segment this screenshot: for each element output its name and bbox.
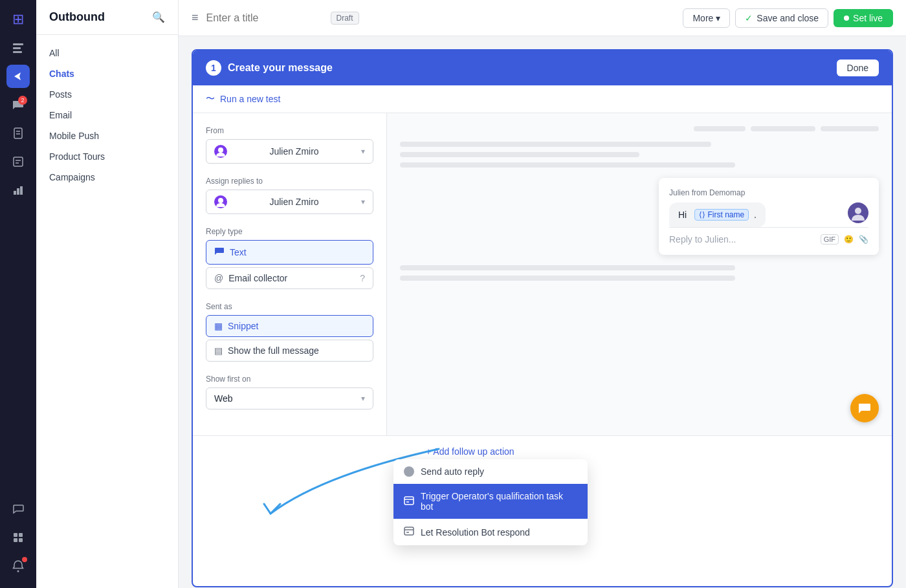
notifications-icon[interactable]	[6, 554, 30, 578]
from-avatar	[214, 145, 227, 158]
svg-rect-23	[404, 527, 414, 535]
top-blurred-bars	[400, 126, 879, 131]
blur-line-1	[400, 142, 711, 147]
show-first-label: Show first on	[206, 375, 373, 384]
blur-line-4	[400, 265, 735, 270]
from-name: Julien Zmiro	[269, 146, 318, 157]
chevron-down-icon: ▾	[716, 13, 720, 23]
outbound-icon[interactable]	[6, 65, 30, 88]
reply-input-area: Reply to Julien... GIF 🙂 📎	[669, 227, 868, 245]
content-area: 1 Create your message Done 〜 Run a new t…	[179, 36, 906, 588]
reply-option-email[interactable]: @ Email collector ?	[206, 267, 373, 289]
inbox-badge: 2	[18, 96, 27, 105]
sidebar-item-email[interactable]: Email	[36, 105, 178, 125]
svg-rect-1	[13, 47, 21, 49]
svg-rect-10	[17, 188, 19, 195]
assign-name: Julien Zmiro	[269, 197, 318, 207]
sidebar-item-chats[interactable]: Chats	[36, 63, 178, 84]
assign-avatar	[214, 195, 227, 208]
reply-text-label: Text	[230, 247, 247, 257]
blur-pill-2	[751, 126, 815, 131]
follow-up-area: + Add follow up action Send auto reply T…	[193, 435, 892, 586]
reply-type-group: Reply type Text @ Ema	[206, 227, 373, 289]
title-input[interactable]	[206, 12, 323, 24]
sidebar-item-mobile-push[interactable]: Mobile Push	[36, 125, 178, 146]
sidebar-item-campaigns[interactable]: Campaigns	[36, 167, 178, 188]
show-first-select[interactable]: Web ▾	[206, 387, 373, 409]
svg-point-19	[855, 208, 861, 214]
email-reply-icon: @	[214, 273, 223, 283]
chat-bottom-icon[interactable]	[6, 497, 30, 521]
run-test-link[interactable]: Run a new test	[220, 94, 280, 104]
sent-full-message[interactable]: ▤ Show the full message	[206, 340, 373, 362]
add-follow-up-link[interactable]: + Add follow up action	[426, 446, 514, 457]
svg-point-17	[218, 147, 223, 153]
step1-right-panel: Julien from Demomap Hi ⟨⟩ First name .	[387, 113, 892, 435]
sent-as-options: ▦ Snippet ▤ Show the full message	[206, 315, 373, 362]
reply-email-label: Email collector	[228, 273, 287, 283]
check-icon: ✓	[745, 13, 753, 23]
reply-type-label: Reply type	[206, 227, 373, 236]
step1-header: 1 Create your message Done	[193, 50, 892, 85]
attachment-icon[interactable]: 📎	[859, 235, 868, 244]
from-label: From	[206, 126, 373, 135]
more-blurred	[400, 265, 879, 281]
chat-preview-card: Julien from Demomap Hi ⟨⟩ First name .	[659, 178, 879, 255]
from-select[interactable]: Julien Zmiro ▾	[206, 139, 373, 164]
sidebar: Outbound 🔍 All Chats Posts Email Mobile …	[36, 0, 179, 588]
reply-placeholder[interactable]: Reply to Julien...	[669, 234, 736, 245]
documents-icon[interactable]	[6, 122, 30, 145]
articles-icon[interactable]	[6, 150, 30, 173]
chat-from-label: Julien from Demomap	[669, 188, 868, 197]
reply-type-options: Text @ Email collector ?	[206, 240, 373, 289]
save-close-button[interactable]: ✓ Save and close	[735, 8, 828, 28]
hamburger-icon[interactable]: ≡	[192, 11, 199, 25]
help-icon: ?	[360, 273, 365, 283]
show-first-group: Show first on Web ▾	[206, 375, 373, 409]
chat-widget-button[interactable]	[850, 394, 879, 422]
sidebar-title: Outbound	[49, 10, 105, 24]
sidebar-header: Outbound 🔍	[36, 0, 178, 35]
reply-actions: GIF 🙂 📎	[821, 234, 868, 245]
svg-rect-0	[13, 43, 23, 45]
svg-rect-3	[14, 128, 22, 138]
set-live-button[interactable]: Set live	[834, 9, 893, 27]
emoji-icon[interactable]: 🙂	[844, 235, 854, 244]
analytics-icon[interactable]	[6, 179, 30, 202]
step1-card: 1 Create your message Done 〜 Run a new t…	[192, 49, 893, 587]
more-button[interactable]: More ▾	[683, 8, 730, 28]
trigger-bot-icon	[404, 495, 414, 508]
topbar: ≡ Draft More ▾ ✓ Save and close Set live	[179, 0, 906, 36]
icon-rail: ⊞ 2	[0, 0, 36, 588]
assign-select[interactable]: Julien Zmiro ▾	[206, 190, 373, 214]
done-button[interactable]: Done	[837, 60, 879, 76]
dropdown-resolution-bot[interactable]: Let Resolution Bot respond	[393, 519, 588, 545]
svg-rect-9	[14, 191, 16, 195]
assign-label: Assign replies to	[206, 177, 373, 186]
full-message-icon: ▤	[214, 345, 223, 356]
sent-as-group: Sent as ▦ Snippet ▤ Show the full messag…	[206, 302, 373, 362]
reply-option-text[interactable]: Text	[206, 240, 373, 265]
sidebar-item-posts[interactable]: Posts	[36, 84, 178, 105]
chat-message-row: Hi ⟨⟩ First name .	[669, 202, 868, 227]
token-arrows: ⟨⟩	[699, 210, 705, 219]
dropdown-trigger-bot[interactable]: Trigger Operator's qualification task bo…	[393, 484, 588, 519]
search-icon[interactable]: 🔍	[152, 11, 165, 23]
sidebar-item-product-tours[interactable]: Product Tours	[36, 146, 178, 167]
from-field-group: From Julien Zmiro ▾	[206, 126, 373, 164]
sent-as-label: Sent as	[206, 302, 373, 311]
resolution-bot-icon	[404, 526, 414, 538]
apps-icon[interactable]	[6, 526, 30, 549]
inbox-icon[interactable]: 2	[6, 93, 30, 116]
dropdown-send-auto-reply[interactable]: Send auto reply	[393, 459, 588, 484]
show-first-value: Web	[214, 393, 233, 404]
contacts-icon[interactable]	[6, 36, 30, 60]
auto-reply-icon	[404, 466, 414, 477]
sent-snippet[interactable]: ▦ Snippet	[206, 315, 373, 337]
chat-bubble: Hi ⟨⟩ First name .	[669, 202, 766, 227]
logo-icon[interactable]: ⊞	[6, 8, 30, 31]
blur-line-3	[400, 162, 735, 168]
show-first-chevron: ▾	[361, 394, 365, 403]
sidebar-item-all[interactable]: All	[36, 43, 178, 63]
gif-button[interactable]: GIF	[821, 234, 839, 245]
